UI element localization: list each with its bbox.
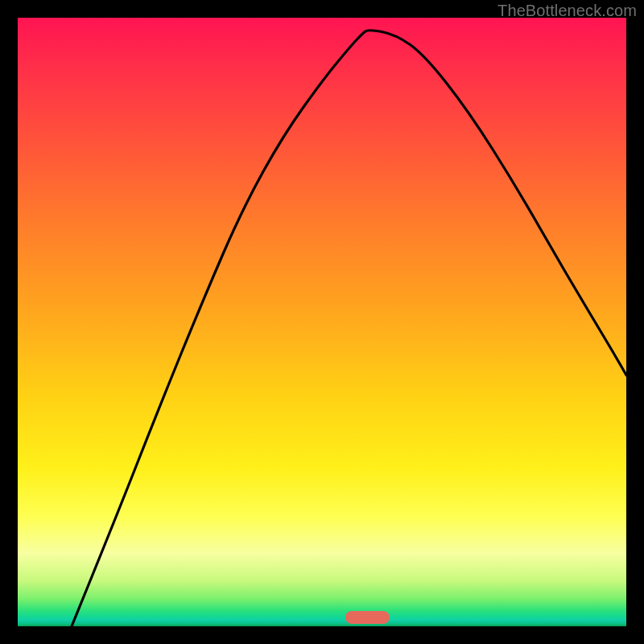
plot-area (18, 18, 626, 626)
curve-svg (18, 18, 626, 626)
optimal-marker-pill (345, 611, 390, 624)
chart-frame: TheBottleneck.com (0, 0, 644, 644)
bottleneck-curve (72, 31, 626, 626)
watermark-text: TheBottleneck.com (497, 2, 637, 20)
